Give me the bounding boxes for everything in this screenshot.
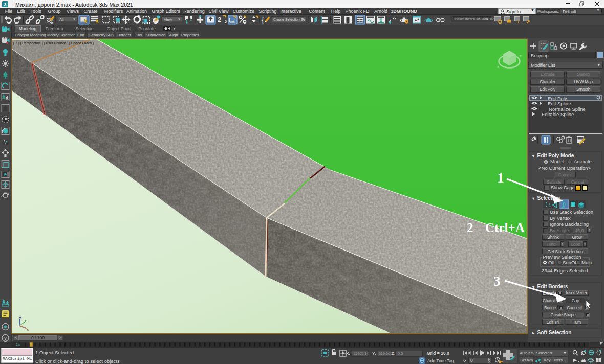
- svg-text:Set Key: Set Key: [521, 358, 534, 362]
- svg-text:0,0: 0,0: [398, 351, 403, 356]
- svg-text:[ + ] [ Perspective ] [ User D: [ + ] [ Perspective ] [ User Defined ] […: [13, 41, 94, 46]
- svg-text:619,665: 619,665: [379, 351, 392, 356]
- svg-text:All: All: [59, 17, 64, 22]
- svg-text:+: +: [517, 20, 520, 25]
- svg-text:3: 3: [4, 2, 6, 7]
- svg-text:0: 0: [470, 358, 473, 363]
- svg-text:Auto Key: Auto Key: [520, 351, 535, 355]
- svg-text:Y:: Y:: [372, 351, 376, 356]
- svg-text:Add Time Tag: Add Time Tag: [427, 358, 454, 363]
- svg-text:15965,34: 15965,34: [353, 351, 369, 356]
- svg-text:1∧: 1∧: [16, 343, 20, 346]
- svg-text:Selected: Selected: [536, 351, 552, 355]
- svg-text:?: ?: [4, 336, 7, 341]
- svg-text:2: 2: [218, 16, 221, 24]
- svg-text:X:: X:: [346, 351, 350, 356]
- svg-text:View: View: [164, 17, 172, 22]
- svg-text:Create Selection Se: Create Selection Se: [273, 18, 305, 21]
- svg-text:5: 5: [225, 20, 227, 24]
- svg-text:D:\Documents\3ds Max 2021: D:\Documents\3ds Max 2021: [454, 17, 496, 21]
- svg-text:{: {: [262, 16, 264, 24]
- svg-text:Z:: Z:: [392, 351, 396, 356]
- svg-text:Grid = 10,0: Grid = 10,0: [427, 351, 449, 356]
- svg-text:x: x: [27, 328, 29, 331]
- svg-text:Key Filters...: Key Filters...: [544, 358, 566, 362]
